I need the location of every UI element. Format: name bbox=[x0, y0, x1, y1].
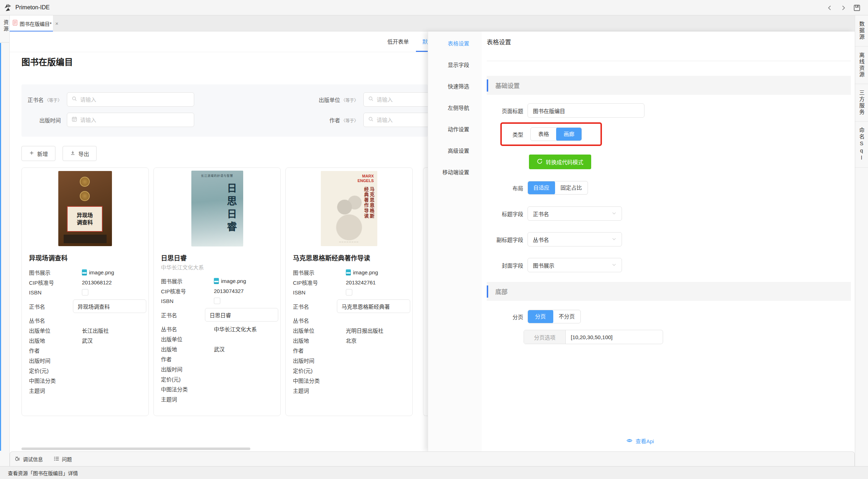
right-rail-item-1[interactable]: 数据源 bbox=[855, 15, 868, 47]
convert-to-code-button[interactable]: 转换成代码模式 bbox=[529, 155, 591, 169]
search-field-label: 作者〈等于〉 bbox=[258, 116, 358, 124]
card-field-row: 正书名 bbox=[293, 297, 405, 315]
app-title: Primeton-IDE bbox=[15, 4, 50, 11]
cover-top-text: 长江流域的妙语与智慧 bbox=[191, 173, 243, 177]
debug-info-item[interactable]: 调试信息 bbox=[14, 455, 43, 463]
nav-forward-icon[interactable] bbox=[839, 4, 847, 12]
add-button[interactable]: 新增 bbox=[21, 146, 55, 161]
cover-title-line: 异现场 bbox=[77, 212, 93, 219]
isbn-checkbox[interactable] bbox=[82, 289, 88, 295]
field-label: 作者 bbox=[161, 355, 214, 363]
cover-seal bbox=[80, 191, 90, 201]
search-input-field[interactable] bbox=[80, 117, 194, 123]
chevron-down-icon bbox=[612, 211, 617, 217]
cover-field-select[interactable]: 图书展示 bbox=[528, 258, 622, 272]
tab-low-code-form[interactable]: 低开表单 bbox=[373, 31, 423, 52]
search-input-field[interactable] bbox=[80, 97, 194, 103]
paging-option-unpaged[interactable]: 不分页 bbox=[553, 310, 580, 323]
search-input[interactable] bbox=[363, 92, 428, 107]
settings-menu-item-3[interactable]: 快速筛选 bbox=[428, 76, 482, 97]
file-link[interactable]: image.png bbox=[82, 269, 114, 275]
field-value: 2013242761 bbox=[346, 279, 376, 285]
card-field-row: 出版单位 bbox=[161, 334, 273, 344]
book-cover: 异现场调查科 bbox=[22, 168, 148, 249]
layout-segmented: 自适应 固定占比 bbox=[528, 181, 588, 195]
file-link[interactable]: image.png bbox=[214, 278, 246, 284]
field-label: 定价(元) bbox=[293, 367, 346, 374]
view-tabs-row: 低开表单 默 bbox=[10, 31, 428, 52]
field-value: 2013074327 bbox=[214, 288, 244, 294]
plus-icon bbox=[29, 150, 34, 157]
tab-book-cip[interactable]: 图书在版编目* × bbox=[10, 15, 53, 31]
field-label: 出版时间 bbox=[293, 357, 346, 364]
paging-option-paged[interactable]: 分页 bbox=[528, 310, 553, 323]
settings-menu-item-7[interactable]: 移动端设置 bbox=[428, 162, 482, 183]
tab-default-view-partial[interactable]: 默 bbox=[422, 31, 428, 52]
search-input[interactable] bbox=[67, 92, 194, 107]
book-card-body: 日思日睿中华长江文化大系图书展示image.pngCIP核准号201307432… bbox=[154, 253, 280, 404]
cover-photo-strip bbox=[64, 235, 107, 243]
search-input[interactable] bbox=[363, 113, 428, 127]
horizontal-scrollbar[interactable] bbox=[21, 448, 250, 450]
field-label: 作者 bbox=[29, 347, 82, 354]
search-field-1: 正书名〈等于〉 bbox=[28, 92, 194, 107]
page-title-row: 页面标题 bbox=[482, 103, 644, 118]
book-title-input[interactable] bbox=[337, 299, 410, 313]
save-icon[interactable] bbox=[853, 4, 861, 12]
right-rail-item-4[interactable]: 命名Sql bbox=[855, 122, 868, 168]
subtitle-field-select[interactable]: 丛书名 bbox=[528, 232, 622, 246]
layout-option-fixed[interactable]: 固定占比 bbox=[555, 181, 588, 194]
settings-menu-item-4[interactable]: 左侧导航 bbox=[428, 97, 482, 119]
card-field-row: ISBN bbox=[29, 287, 141, 297]
search-input-field[interactable] bbox=[377, 117, 428, 123]
ide-window: Primeton-IDE 图书在版编目* × 资源 bbox=[0, 0, 868, 479]
export-button[interactable]: 导出 bbox=[63, 146, 97, 161]
type-option-table[interactable]: 表格 bbox=[531, 128, 556, 141]
card-field-row: 正书名 bbox=[29, 297, 141, 315]
view-api-link[interactable]: 查看Api bbox=[626, 437, 654, 445]
editor-tabstrip: 图书在版编目* × bbox=[10, 15, 855, 31]
field-label: 图书展示 bbox=[161, 277, 214, 285]
field-label: 出版地 bbox=[161, 345, 214, 353]
section-accent-bar bbox=[487, 79, 488, 92]
page-title-input[interactable] bbox=[528, 103, 644, 118]
nav-back-icon[interactable] bbox=[826, 4, 834, 12]
tab-close-icon[interactable]: × bbox=[55, 20, 58, 26]
card-field-row: ISBN bbox=[293, 287, 405, 297]
search-input-field[interactable] bbox=[377, 97, 428, 103]
type-option-gallery[interactable]: 画廊 bbox=[556, 127, 582, 141]
settings-menu-item-5[interactable]: 动作设置 bbox=[428, 119, 482, 140]
book-title-input[interactable] bbox=[73, 299, 146, 313]
book-title-input[interactable] bbox=[205, 308, 278, 322]
field-value: 北京 bbox=[346, 337, 357, 344]
isbn-checkbox[interactable] bbox=[346, 289, 352, 295]
left-rail-resources[interactable]: 资源 bbox=[0, 20, 9, 33]
right-rail-item-3[interactable]: 三方服务 bbox=[855, 84, 868, 122]
card-field-row: 出版时间 bbox=[293, 355, 405, 365]
file-link[interactable]: image.png bbox=[346, 269, 378, 275]
field-label: 作者 bbox=[293, 347, 346, 354]
layout-option-adaptive[interactable]: 自适应 bbox=[528, 181, 555, 195]
right-rail-item-2[interactable]: 离线资源 bbox=[855, 47, 868, 84]
card-field-row: 定价(元) bbox=[161, 374, 273, 384]
field-label: ISBN bbox=[293, 289, 346, 295]
image-file-icon bbox=[82, 269, 87, 275]
settings-menu-item-1[interactable]: 表格设置 bbox=[428, 33, 482, 54]
settings-menu-item-6[interactable]: 高级设置 bbox=[428, 140, 482, 162]
right-rail: 数据源离线资源三方服务命名Sql bbox=[855, 15, 868, 466]
paging-options-value[interactable]: [10,20,30,50,100] bbox=[566, 330, 663, 344]
problems-item[interactable]: 问题 bbox=[54, 455, 72, 463]
isbn-checkbox[interactable] bbox=[214, 298, 220, 304]
card-field-row: 图书展示image.png bbox=[293, 267, 405, 277]
file-name: image.png bbox=[89, 269, 114, 275]
settings-menu-item-2[interactable]: 显示字段 bbox=[428, 54, 482, 76]
right-rail-item-label: 命名Sql bbox=[858, 127, 865, 162]
file-name: image.png bbox=[353, 269, 378, 275]
search-input[interactable] bbox=[67, 113, 194, 127]
file-name: image.png bbox=[221, 278, 246, 284]
title-field-select[interactable]: 正书名 bbox=[528, 206, 622, 221]
page-title: 图书在版编目 bbox=[21, 55, 73, 68]
cover-title-line: 日思日睿 bbox=[224, 183, 238, 234]
title-field-row: 标题字段 正书名 bbox=[482, 206, 622, 221]
list-icon bbox=[54, 456, 59, 463]
